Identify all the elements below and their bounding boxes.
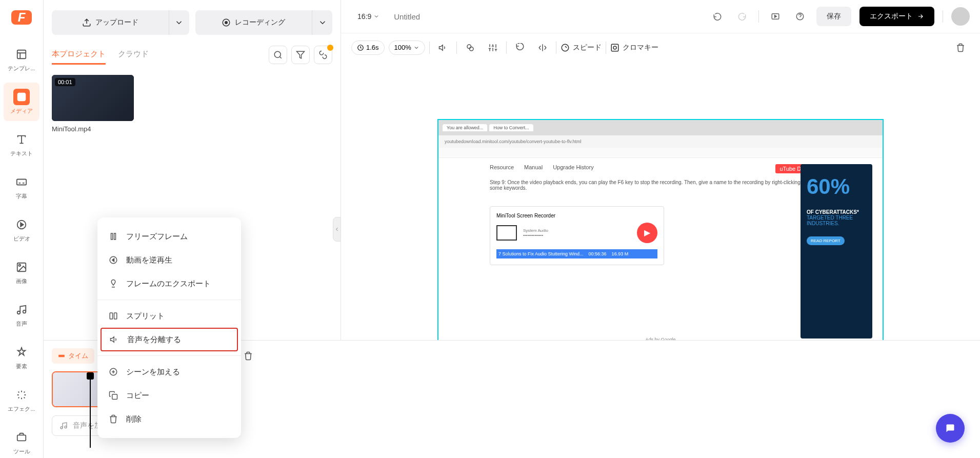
timeline-label-chip[interactable]: タイム [52, 348, 94, 364]
context-menu: フリーズフレーム 動画を逆再生 フレームのエクスポート スプリット 音声を分離す… [97, 217, 241, 438]
tab-cloud[interactable]: クラウド [118, 45, 149, 65]
menu-freeze-frame[interactable]: フリーズフレーム [97, 225, 241, 248]
color-button[interactable] [461, 38, 479, 57]
page-nav: Resource Manual Upgrade History uTube Do… [490, 164, 831, 173]
svg-rect-27 [114, 313, 117, 319]
chromakey-button[interactable]: クロマキー [610, 43, 658, 52]
app-logo: F [11, 10, 32, 25]
search-button[interactable] [269, 46, 287, 64]
record-button[interactable]: レコーディング [195, 10, 333, 35]
record-chevron[interactable] [312, 10, 332, 35]
media-item[interactable]: 00:01 MiniTool.mp4 [52, 75, 134, 133]
chat-icon [944, 424, 957, 433]
flip-icon [538, 43, 547, 52]
subtitle-icon [13, 174, 30, 190]
nav-label: 字幕 [8, 192, 35, 200]
aspect-ratio-button[interactable]: 16:9 [351, 9, 386, 24]
menu-split[interactable]: スプリット [97, 304, 241, 328]
undo-button[interactable] [709, 8, 726, 25]
chevron-down-icon [413, 43, 419, 52]
nav-media[interactable]: メディア [4, 83, 39, 121]
recorder-window: MiniTool Screen Recorder System Audio•••… [490, 206, 664, 265]
nav-label: テンプレ... [8, 65, 35, 72]
media-thumbnail: 00:01 [52, 75, 134, 121]
flip-button[interactable] [533, 38, 552, 57]
nav-effects[interactable]: エフェク... [4, 381, 39, 419]
svg-point-16 [469, 47, 473, 51]
divider [429, 42, 430, 54]
nav-tools[interactable]: ツール [4, 423, 39, 458]
divider [606, 42, 606, 54]
audio-icon [13, 302, 30, 318]
menu-copy[interactable]: コピー [97, 384, 241, 407]
svg-point-6 [17, 311, 21, 314]
adjust-button[interactable] [484, 38, 502, 57]
filter-button[interactable] [291, 46, 310, 64]
playhead[interactable] [90, 376, 91, 448]
delete-clip-button[interactable] [951, 38, 970, 57]
playhead-handle[interactable] [87, 372, 94, 380]
chromakey-label: クロマキー [623, 43, 658, 52]
timeline-delete-button[interactable] [239, 347, 257, 365]
tab-project[interactable]: 本プロジェクト [52, 45, 106, 65]
user-avatar[interactable] [951, 7, 970, 26]
freeze-frame-icon [108, 231, 119, 242]
browser-tabs: You are allowed... How to Convert... [438, 120, 883, 135]
collapse-panel-button[interactable] [333, 217, 341, 242]
clock-icon [357, 43, 364, 52]
help-button[interactable] [792, 8, 808, 25]
browser-url: youtubedownload.minitool.com/youtube/con… [438, 135, 883, 148]
aspect-value: 16:9 [357, 12, 371, 21]
export-frame-icon [108, 278, 119, 289]
speed-button[interactable]: スピード [561, 43, 602, 52]
menu-reverse-video[interactable]: 動画を逆再生 [97, 248, 241, 272]
zoom-chip[interactable]: 100% [389, 41, 425, 55]
menu-export-frame[interactable]: フレームのエクスポート [97, 272, 241, 295]
timeline-label: タイム [68, 351, 88, 361]
divider [506, 42, 507, 54]
save-button[interactable]: 保存 [816, 7, 851, 26]
nav-subtitle[interactable]: 字幕 [4, 168, 39, 206]
nav-template[interactable]: テンプレ... [4, 40, 39, 78]
nav-label: ツール [8, 448, 35, 455]
nav-elements[interactable]: 要素 [4, 338, 39, 376]
svg-point-11 [274, 51, 281, 57]
menu-separate-audio[interactable]: 音声を分離する [101, 328, 238, 351]
nav-text[interactable]: テキスト [4, 125, 39, 164]
volume-button[interactable] [434, 38, 452, 57]
nav-image[interactable]: 画像 [4, 253, 39, 291]
upload-button[interactable]: アップロード [52, 10, 189, 35]
svg-rect-0 [17, 50, 26, 59]
menu-delete[interactable]: 削除 [97, 407, 241, 431]
project-title-input[interactable] [394, 12, 491, 21]
svg-point-21 [61, 427, 63, 429]
nav-label: エフェク... [8, 405, 35, 413]
menu-add-scene[interactable]: シーンを加える [97, 360, 241, 384]
divider [758, 10, 759, 23]
timeline-icon [58, 351, 65, 361]
clip-duration-chip[interactable]: 1.6s [351, 41, 385, 55]
nav-audio[interactable]: 音声 [4, 295, 39, 334]
svg-rect-23 [111, 233, 113, 240]
nav-label: 画像 [8, 277, 35, 285]
help-icon [795, 12, 805, 21]
redo-button[interactable] [734, 8, 750, 25]
arrow-right-icon [917, 12, 924, 21]
export-button[interactable]: エクスポート [859, 7, 934, 26]
nav-label: ビデオ [8, 235, 35, 243]
svg-rect-18 [611, 44, 618, 51]
svg-rect-20 [58, 355, 65, 357]
ad-banner: 60% OF CYBERATTACKS* TARGETED THREE INDU… [801, 164, 872, 338]
nav-label: 音声 [8, 320, 35, 328]
elements-icon [13, 344, 30, 361]
tools-icon [13, 429, 30, 446]
svg-rect-2 [17, 180, 26, 185]
rotate-button[interactable] [511, 38, 529, 57]
nav-video[interactable]: ビデオ [4, 210, 39, 249]
upload-chevron[interactable] [169, 10, 189, 35]
svg-point-17 [562, 44, 569, 51]
bg-remove-button[interactable] [314, 46, 332, 64]
chat-fab-button[interactable] [936, 414, 965, 443]
preview-mode-button[interactable] [767, 8, 784, 25]
divider [456, 42, 457, 54]
